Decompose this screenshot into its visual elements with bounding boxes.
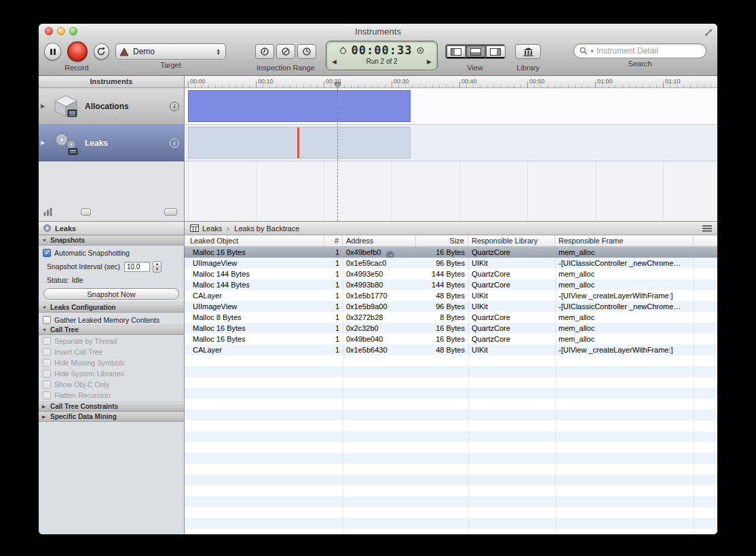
disclosure-triangle-icon[interactable]: ▶ <box>42 404 48 410</box>
next-run-button[interactable]: ▶ <box>427 58 432 65</box>
disclosure-triangle-icon[interactable]: ▼ <box>42 238 48 243</box>
call-tree-option-row[interactable]: Show Obj-C Only <box>39 379 184 389</box>
leak-spike <box>297 127 299 158</box>
interval-stepper[interactable]: ▲▼ <box>153 261 162 273</box>
breadcrumb-leaks[interactable]: Leaks <box>190 224 222 233</box>
leaks-track[interactable] <box>185 125 717 161</box>
snapshot-interval-field[interactable] <box>124 262 150 272</box>
target-group: Demo ▲▼ Target <box>115 41 226 69</box>
checkbox[interactable] <box>43 359 51 367</box>
info-button[interactable]: i <box>170 102 179 111</box>
disclosure-triangle-icon[interactable]: ▶ <box>42 414 48 420</box>
disclosure-triangle-icon[interactable]: ▼ <box>42 305 48 310</box>
call-tree-option-row[interactable]: Separate by Thread <box>39 336 184 346</box>
table-row[interactable]: Malloc 144 Bytes10x4993e50144 BytesQuart… <box>185 269 717 279</box>
table-row[interactable]: CALayer10x1e5b177048 BytesUIKit-[UIView … <box>185 290 717 301</box>
disclosure-triangle-icon[interactable]: ▼ <box>42 327 48 332</box>
call-tree-option-row[interactable]: Hide Missing Symbols <box>39 357 184 368</box>
automatic-snapshotting-row[interactable]: Automatic Snapshotting <box>39 247 184 258</box>
leaks-graph[interactable] <box>188 127 411 159</box>
timeline-ruler[interactable]: 00:0000:1000:2000:3000:4000:5001:0001:10 <box>185 76 717 88</box>
checkbox[interactable] <box>43 391 51 399</box>
playhead[interactable] <box>337 88 338 221</box>
table-row[interactable]: CALayer10x1e5b643048 BytesUIKit-[UIView … <box>185 344 717 355</box>
track-zoom-icon[interactable] <box>43 207 54 216</box>
table-row[interactable]: Malloc 16 Bytes10x49befb0→16 BytesQuartz… <box>185 247 717 258</box>
view-right-pane-button[interactable] <box>485 45 505 58</box>
breadcrumb-leaks-by-backtrace[interactable]: Leaks by Backtrace <box>234 224 299 233</box>
column-header[interactable]: Responsible Frame <box>555 235 694 246</box>
instrument-row-allocations[interactable]: ▶ Allocations i <box>39 88 184 125</box>
section-header-leaks-configuration[interactable]: ▼ Leaks Configuration <box>39 302 184 313</box>
table-row[interactable]: Malloc 16 Bytes10x2c32b016 BytesQuartzCo… <box>185 323 717 334</box>
gather-leaked-memory-checkbox[interactable] <box>43 316 51 324</box>
info-button[interactable]: i <box>170 138 179 148</box>
table-row[interactable]: Malloc 16 Bytes10x49be04016 BytesQuartzC… <box>185 334 717 344</box>
table-menu-button[interactable] <box>702 225 712 232</box>
previous-run-button[interactable]: ◀ <box>332 58 337 65</box>
cell-library: QuartzCore <box>468 323 555 334</box>
cell-filler <box>694 312 717 323</box>
cell-count: 1 <box>324 290 343 301</box>
view-left-pane-button[interactable] <box>446 45 466 58</box>
automatic-snapshotting-checkbox[interactable] <box>43 249 51 257</box>
option-label: Separate by Thread <box>54 337 117 345</box>
column-header[interactable]: Address <box>343 235 416 246</box>
section-header-snapshots[interactable]: ▼ Snapshots <box>39 235 184 245</box>
table-row[interactable]: UIImageView10x1e59cac096 BytesUIKit-[UIC… <box>185 258 717 269</box>
section-header-call-tree-constraints[interactable]: ▶ Call Tree Constraints <box>39 401 184 412</box>
snapshot-now-button[interactable]: Snapshot Now <box>43 288 179 300</box>
table-row[interactable]: Malloc 8 Bytes10x3272b288 BytesQuartzCor… <box>185 312 717 323</box>
titlebar[interactable]: Instruments <box>39 24 717 39</box>
track-height-control[interactable] <box>81 208 91 216</box>
pause-button[interactable] <box>44 43 61 60</box>
allocations-track[interactable] <box>185 88 717 125</box>
column-header[interactable]: # <box>324 235 343 246</box>
disclosure-triangle-icon[interactable]: ▶ <box>41 140 47 146</box>
leaks-table-body[interactable]: Malloc 16 Bytes10x49befb0→16 BytesQuartz… <box>185 247 717 534</box>
search-label: Search <box>573 60 706 68</box>
checkbox[interactable] <box>43 370 51 378</box>
column-header[interactable]: Responsible Library <box>468 235 555 246</box>
cell-count: 1 <box>324 258 343 269</box>
section-header-call-tree[interactable]: ▼ Call Tree <box>39 325 184 335</box>
search-field[interactable]: ▼ <box>573 43 706 58</box>
table-row[interactable]: Malloc 144 Bytes10x4993b80144 BytesQuart… <box>185 279 717 290</box>
inspection-range-start-button[interactable] <box>255 44 274 59</box>
gather-leaked-memory-row[interactable]: Gather Leaked Memory Contents <box>39 315 184 325</box>
breadcrumb: Leaks › Leaks by Backtrace <box>185 222 717 235</box>
search-input[interactable] <box>597 46 700 56</box>
time-mode-icon[interactable] <box>417 47 424 54</box>
checkbox[interactable] <box>43 348 51 356</box>
inspection-range-end-button[interactable] <box>297 44 316 59</box>
target-popup[interactable]: Demo ▲▼ <box>115 43 226 60</box>
instrument-row-leaks[interactable]: ▶ Leaks i <box>39 125 184 161</box>
library-button[interactable] <box>515 44 541 59</box>
section-header-specific-data-mining[interactable]: ▶ Specific Data Mining <box>39 412 184 422</box>
checkbox[interactable] <box>43 380 51 389</box>
column-header[interactable]: Size <box>416 235 468 246</box>
stopwatch-icon[interactable] <box>339 47 347 54</box>
resize-grip-icon[interactable] <box>704 27 713 39</box>
allocations-graph[interactable] <box>188 90 411 122</box>
disclosure-triangle-icon[interactable]: ▶ <box>41 103 47 109</box>
focus-arrow-icon[interactable]: → <box>386 251 394 258</box>
timeline-tracks[interactable] <box>185 88 717 221</box>
search-scope-arrow-icon[interactable]: ▼ <box>590 49 594 54</box>
cell-size: 48 Bytes <box>416 344 468 355</box>
call-tree-option-row[interactable]: Flatten Recursion <box>39 390 184 400</box>
inspection-range-clear-button[interactable] <box>276 44 295 59</box>
view-bottom-pane-button[interactable] <box>466 45 485 58</box>
target-label: Target <box>115 61 226 69</box>
record-button[interactable] <box>67 41 87 62</box>
instruments-window: Instruments Record Demo ▲▼ Target <box>39 24 717 534</box>
checkbox[interactable] <box>43 337 51 345</box>
table-row[interactable]: UIImageView10x1e5b9a0096 BytesUIKit-[UIC… <box>185 301 717 312</box>
panel-resize-control[interactable] <box>164 208 177 216</box>
column-header[interactable]: Leaked Object <box>185 235 324 246</box>
call-tree-option-row[interactable]: Hide System Libraries <box>39 368 184 378</box>
option-label: Hide Missing Symbols <box>54 359 124 367</box>
popup-arrows-icon: ▲▼ <box>216 48 222 56</box>
call-tree-option-row[interactable]: Invert Call Tree <box>39 346 184 357</box>
loop-button[interactable] <box>94 43 109 60</box>
